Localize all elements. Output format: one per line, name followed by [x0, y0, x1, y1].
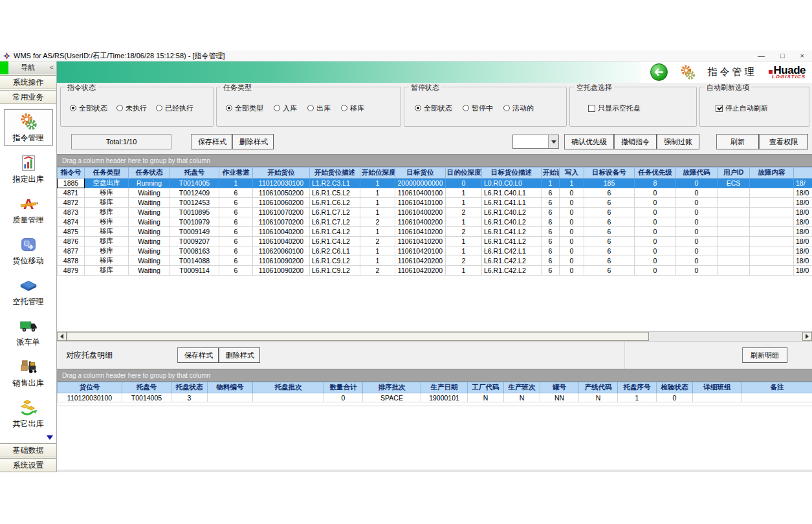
cell[interactable]: 2 — [446, 208, 482, 217]
sidebar-group-system-operations[interactable]: 系统操作 — [0, 75, 56, 89]
cell[interactable]: 18/0 — [794, 188, 812, 198]
table-row[interactable]: 1885空盘出库RunningT00140051110120030100L1.R… — [58, 179, 812, 188]
cell[interactable]: 2 — [446, 227, 482, 237]
cell[interactable] — [750, 266, 794, 276]
cell[interactable]: 0 — [635, 266, 676, 276]
column-header[interactable]: 托盘批次 — [253, 382, 324, 393]
cell[interactable]: 6 — [542, 217, 560, 227]
cell[interactable]: 0 — [560, 188, 584, 198]
cell[interactable]: 1 — [446, 198, 482, 208]
sidebar-item-designated-outbound[interactable]: 指定出库 — [4, 151, 53, 186]
cell[interactable] — [750, 198, 794, 208]
view-permission-button[interactable]: 查看权限 — [759, 134, 808, 149]
cell[interactable]: T0009207 — [170, 237, 219, 246]
cell[interactable]: 6 — [542, 256, 560, 266]
cell[interactable]: 1 — [542, 179, 560, 188]
maximize-button[interactable]: □ — [780, 52, 785, 60]
cell[interactable]: Waiting — [129, 246, 170, 256]
radio-active[interactable]: 活动的 — [503, 104, 534, 113]
cell[interactable]: L6.R1.C42.L2 — [482, 256, 542, 266]
radio-all-types[interactable]: 全部类型 — [226, 104, 263, 113]
cell[interactable]: 0 — [635, 208, 676, 217]
cell[interactable]: L6.R1.C40.L2 — [482, 217, 542, 227]
cell[interactable]: L6.R1.C7.L2 — [310, 208, 360, 217]
column-header[interactable] — [794, 168, 812, 179]
table-row[interactable]: 4876移库WaitingT00092076110610040200L6.R1.… — [58, 237, 812, 246]
cell[interactable]: 0 — [560, 208, 584, 217]
column-header[interactable]: 用户ID — [718, 168, 750, 179]
cell[interactable]: 6 — [219, 256, 253, 266]
cell[interactable]: 0 — [676, 246, 718, 256]
radio-all-status[interactable]: 全部状态 — [70, 104, 107, 113]
cell[interactable]: 18/0 — [794, 246, 812, 256]
sidebar-item-empty-pallet-management[interactable]: 空托管理 — [4, 274, 53, 309]
sidebar-item-dispatch-order[interactable]: 派车单 — [4, 314, 53, 349]
cell[interactable]: 移库 — [85, 237, 129, 246]
cell[interactable]: L6.R1.C7.L2 — [310, 217, 360, 227]
cell[interactable]: 6 — [584, 208, 635, 217]
minimize-button[interactable]: — — [758, 52, 765, 60]
cell[interactable]: 110610050200 — [253, 188, 310, 198]
cell[interactable]: 空盘出库 — [85, 179, 129, 188]
cell[interactable]: 1 — [446, 246, 482, 256]
cell[interactable]: 0 — [635, 227, 676, 237]
cell[interactable]: 6 — [584, 217, 635, 227]
cell[interactable]: 4871 — [58, 188, 85, 198]
column-header[interactable]: 开始设备 — [542, 168, 560, 179]
detail-delete-style-button[interactable]: 删除样式 — [219, 347, 260, 363]
cell[interactable] — [742, 393, 812, 402]
radio-executed[interactable]: 已经执行 — [156, 104, 193, 113]
column-header[interactable]: 备注 — [742, 382, 812, 393]
cell[interactable]: 110610090200 — [253, 256, 310, 266]
cell[interactable]: L6.R1.C40.L2 — [482, 208, 542, 217]
cell[interactable]: L6.R1.C41.L2 — [482, 237, 542, 246]
cell[interactable]: 移库 — [85, 217, 129, 227]
cell[interactable]: L6.R1.C9.L2 — [310, 266, 360, 276]
cell[interactable]: 110610400100 — [395, 188, 446, 198]
cell[interactable]: 110610410200 — [395, 227, 446, 237]
close-button[interactable]: × — [800, 52, 804, 60]
column-header[interactable]: 工厂代码 — [468, 382, 504, 393]
cell[interactable]: 110610400200 — [395, 217, 446, 227]
cell[interactable]: 移库 — [85, 227, 129, 237]
cell[interactable]: 110120030100 — [253, 179, 310, 188]
cell[interactable]: N — [579, 393, 618, 402]
radio-outbound[interactable]: 出库 — [307, 104, 331, 113]
sidebar-item-quality-management[interactable]: A 质量管理 — [4, 192, 53, 227]
column-header[interactable]: 任务类型 — [85, 168, 129, 179]
cell[interactable]: 0 — [560, 227, 584, 237]
cell[interactable]: L6.R2.C6.L1 — [310, 246, 360, 256]
table-row[interactable]: 4878移库WaitingT00140886110610090200L6.R1.… — [58, 256, 812, 266]
column-header[interactable]: 开始货位 — [253, 168, 310, 179]
cell[interactable]: T0010979 — [170, 217, 219, 227]
cell[interactable]: 6 — [584, 246, 635, 256]
cell[interactable]: 移库 — [85, 208, 129, 217]
table-row[interactable]: 4875移库WaitingT00091496110610040200L6.R1.… — [58, 227, 812, 237]
cell[interactable]: 移库 — [85, 198, 129, 208]
column-header[interactable]: 物料编号 — [208, 382, 253, 393]
cell[interactable]: ECS — [718, 179, 750, 188]
cell[interactable]: 6 — [219, 266, 253, 276]
cell[interactable]: L6.R1.C9.L2 — [310, 256, 360, 266]
column-header[interactable]: 开始货位描述 — [310, 168, 360, 179]
cell[interactable] — [718, 266, 750, 276]
cell[interactable]: 移库 — [85, 188, 129, 198]
scroll-right-arrow-icon[interactable] — [802, 332, 812, 341]
cell[interactable]: 0 — [560, 256, 584, 266]
detail-save-style-button[interactable]: 保存样式 — [177, 347, 219, 363]
cell[interactable]: 1 — [219, 179, 253, 188]
cell[interactable]: L6.R1.C6.L2 — [310, 198, 360, 208]
cell[interactable]: 1 — [360, 188, 395, 198]
cell[interactable] — [750, 256, 794, 266]
cell[interactable]: 0 — [676, 256, 718, 266]
cell[interactable]: 1 — [446, 266, 482, 276]
cell[interactable]: 6 — [584, 237, 635, 246]
column-header[interactable]: 罐号 — [540, 382, 579, 393]
cell[interactable]: Waiting — [129, 237, 170, 246]
cell[interactable]: 0 — [560, 246, 584, 256]
column-header[interactable]: 托盘号 — [122, 382, 171, 393]
cell[interactable]: L6.R1.C42.L2 — [482, 266, 542, 276]
cell[interactable] — [718, 208, 750, 217]
back-button[interactable] — [650, 63, 668, 81]
sidebar-item-other-outbound[interactable]: 其它出库 — [4, 396, 53, 431]
